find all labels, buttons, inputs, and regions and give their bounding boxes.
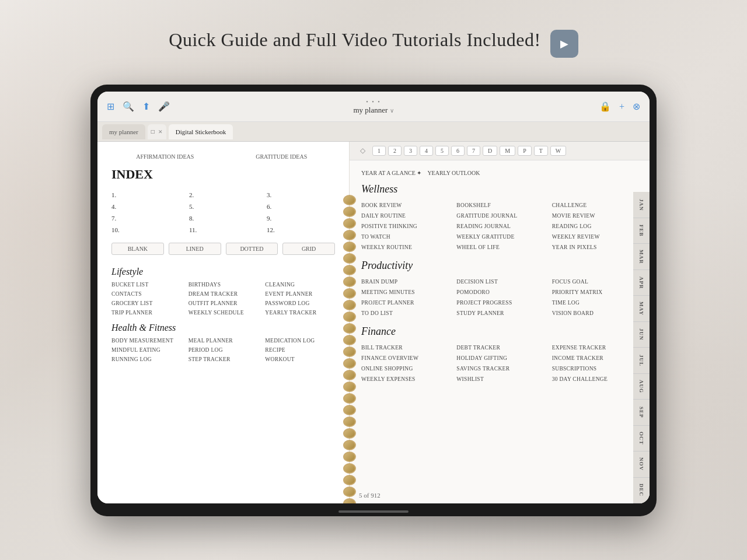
month-tab-apr[interactable]: APR (633, 270, 650, 296)
month-tab-dec[interactable]: DEC (633, 478, 650, 504)
event-planner[interactable]: EVENT PLANNER (265, 291, 335, 297)
wishlist[interactable]: WISHLIST (456, 376, 542, 382)
trip-planner[interactable]: TRIP PLANNER (111, 310, 181, 316)
weekly-expenses[interactable]: WEEKLY EXPENSES (361, 376, 447, 382)
grid-icon[interactable]: ⊞ (107, 101, 114, 112)
month-tab-feb[interactable]: FEB (633, 218, 650, 244)
recipe[interactable]: RECIPE (265, 347, 335, 353)
mindful-eating[interactable]: MINDFUL EATING (111, 347, 181, 353)
tab-new[interactable]: □ ✕ (148, 124, 166, 139)
month-tab-jun[interactable]: JUN (633, 322, 650, 348)
weekly-routine[interactable]: WEEKLY ROUTINE (361, 244, 447, 250)
nav-tab-5[interactable]: 5 (435, 146, 449, 156)
nav-tab-2[interactable]: 2 (388, 146, 402, 156)
workout[interactable]: WORKOUT (265, 356, 335, 362)
outfit-planner[interactable]: OUTFIT PLANNER (189, 300, 259, 306)
time-log[interactable]: TIME LOG (552, 300, 638, 306)
holiday-gifting[interactable]: HOLIDAY GIFTING (456, 355, 542, 361)
to-do-list[interactable]: TO DO LIST (361, 310, 447, 316)
bucket-list[interactable]: BUCKET LIST (111, 282, 181, 288)
nav-tab-m[interactable]: M (500, 146, 515, 156)
dotted-btn[interactable]: DOTTED (226, 243, 278, 255)
year-at-a-glance[interactable]: YEAR AT A GLANCE ✦ (361, 170, 421, 176)
index-cell-4[interactable]: 4. (111, 203, 180, 210)
index-cell-3[interactable]: 3. (267, 191, 335, 198)
dream-tracker[interactable]: DREAM TRACKER (189, 291, 259, 297)
nav-tab-p[interactable]: P (518, 146, 532, 156)
wheel-of-life[interactable]: WHEEL OF LIFE (456, 244, 542, 250)
pomodoro[interactable]: POMODORO (456, 289, 542, 295)
positive-thinking[interactable]: POSITIVE THINKING (361, 223, 447, 229)
year-in-pixels[interactable]: YEAR IN PIXELS (552, 244, 638, 250)
search-icon[interactable]: 🔍 (123, 101, 134, 112)
project-planner[interactable]: PROJECT PLANNER (361, 300, 447, 306)
index-cell-10[interactable]: 10. (111, 226, 180, 233)
daily-routine[interactable]: DAILY ROUTINE (361, 213, 447, 219)
bookmark-icon[interactable]: 🔒 (599, 101, 611, 112)
share-icon[interactable]: ⬆ (142, 101, 150, 112)
month-tab-aug[interactable]: AUG (633, 374, 650, 400)
bookshelf[interactable]: BOOKSHELF (456, 202, 542, 208)
challenge[interactable]: CHALLENGE (552, 202, 638, 208)
expense-tracker[interactable]: EXPENSE TRACKER (552, 345, 638, 351)
app-title[interactable]: my planner ∨ (353, 106, 393, 115)
vision-board[interactable]: VISION BOARD (552, 310, 638, 316)
nav-tab-3[interactable]: 3 (404, 146, 417, 156)
month-tab-oct[interactable]: OCT (633, 426, 650, 452)
reading-journal[interactable]: READING JOURNAL (456, 223, 542, 229)
focus-goal[interactable]: FOCUS GOAL (552, 279, 638, 285)
close-icon[interactable]: ⊗ (633, 101, 640, 112)
movie-review[interactable]: MOVIE REVIEW (552, 213, 638, 219)
index-cell-1[interactable]: 1. (111, 191, 180, 198)
subscriptions[interactable]: SUBSCRIPTIONS (552, 366, 638, 372)
brain-dump[interactable]: BRAIN DUMP (361, 279, 447, 285)
period-log[interactable]: PERIOD LOG (189, 347, 259, 353)
index-cell-11[interactable]: 11. (189, 226, 257, 233)
birthdays[interactable]: BIRTHDAYS (189, 282, 259, 288)
medication-log[interactable]: MEDICATION LOG (265, 338, 335, 344)
blank-btn[interactable]: BLANK (111, 243, 164, 255)
month-tab-sep[interactable]: SEP (633, 400, 650, 426)
bill-tracker[interactable]: BILL TRACKER (361, 345, 447, 351)
meal-planner[interactable]: MEAL PLANNER (189, 338, 259, 344)
running-log[interactable]: RUNNING LOG (111, 356, 181, 362)
index-cell-7[interactable]: 7. (111, 215, 180, 222)
month-tab-may[interactable]: MAY (633, 296, 650, 322)
month-tab-jan[interactable]: JAN (633, 192, 650, 218)
tab-digital-stickerbook[interactable]: Digital Stickerbook (169, 124, 233, 139)
month-tab-mar[interactable]: MAR (633, 244, 650, 270)
income-tracker[interactable]: INCOME TRACKER (552, 355, 638, 361)
cleaning[interactable]: CLEANING (265, 282, 335, 288)
nav-tab-1[interactable]: 1 (372, 146, 386, 156)
nav-tab-4[interactable]: 4 (420, 146, 433, 156)
30-day-challenge[interactable]: 30 DAY CHALLENGE (552, 376, 638, 382)
nav-tab-t[interactable]: T (534, 146, 548, 156)
savings-tracker[interactable]: SAVINGS TRACKER (456, 366, 542, 372)
index-cell-8[interactable]: 8. (189, 215, 257, 222)
affirmation-ideas-link[interactable]: AFFIRMATION IDEAS (111, 153, 219, 160)
grid-btn[interactable]: GRID (282, 243, 335, 255)
decision-list[interactable]: DECISION LIST (456, 279, 542, 285)
weekly-gratitude[interactable]: WEEKLY GRATITUDE (456, 234, 542, 240)
weekly-schedule[interactable]: WEEKLY SCHEDULE (189, 310, 259, 316)
nav-tab-6[interactable]: 6 (451, 146, 465, 156)
body-measurement[interactable]: BODY MEASUREMENT (111, 338, 181, 344)
online-shopping[interactable]: ONLINE SHOPPING (361, 366, 447, 372)
lined-btn[interactable]: LINED (169, 243, 221, 255)
index-cell-2[interactable]: 2. (189, 191, 257, 198)
add-page-icon[interactable]: + (619, 102, 624, 112)
contacts[interactable]: CONTACTS (111, 291, 181, 297)
book-review[interactable]: BOOK REVIEW (361, 202, 447, 208)
yearly-tracker[interactable]: YEARLY TRACKER (265, 310, 335, 316)
play-button[interactable] (550, 30, 578, 58)
index-cell-5[interactable]: 5. (189, 203, 257, 210)
month-tab-nov[interactable]: NOV (633, 452, 650, 478)
month-tab-jul[interactable]: JUL (633, 348, 650, 374)
priority-matrix[interactable]: PRIORITY MATRIX (552, 289, 638, 295)
gratitude-ideas-link[interactable]: GRATITUDE IDEAS (228, 153, 336, 160)
nav-tab-7[interactable]: 7 (467, 146, 480, 156)
gratitude-journal[interactable]: GRATITUDE JOURNAL (456, 213, 542, 219)
weekly-review[interactable]: WEEKLY REVIEW (552, 234, 638, 240)
yearly-outlook[interactable]: YEARLY OUTLOOK (427, 170, 480, 176)
mic-icon[interactable]: 🎤 (158, 101, 170, 112)
